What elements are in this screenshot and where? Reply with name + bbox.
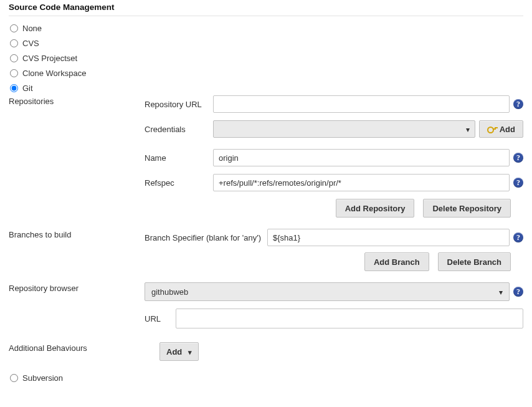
radio-git[interactable] (10, 84, 18, 92)
button-label: Add (166, 347, 182, 357)
radio-subversion[interactable] (10, 374, 18, 382)
help-icon[interactable]: ? (513, 232, 523, 242)
refspec-input[interactable] (213, 174, 510, 191)
delete-repository-button[interactable]: Delete Repository (423, 199, 511, 218)
scm-option-cvs-projectset[interactable]: CVS Projectset (10, 54, 523, 63)
repo-browser-heading: Repository browser (9, 282, 145, 293)
name-row: Name ? (145, 149, 523, 166)
chevron-down-icon (466, 125, 470, 134)
scm-option-label: None (22, 24, 42, 33)
additional-behaviours-add-button[interactable]: Add (159, 342, 199, 361)
add-repository-button[interactable]: Add Repository (336, 199, 415, 218)
credentials-label: Credentials (145, 125, 207, 134)
help-icon[interactable]: ? (513, 287, 523, 297)
branch-specifier-row: Branch Specifier (blank for 'any') ? (145, 229, 523, 246)
radio-cvs[interactable] (10, 39, 18, 47)
button-label: Delete Repository (432, 204, 501, 213)
repo-browser-select[interactable]: githubweb (145, 282, 510, 301)
repo-browser-url-input[interactable] (176, 309, 523, 328)
repo-browser-url-row: URL (145, 309, 523, 328)
scm-option-git[interactable]: Git (10, 84, 523, 93)
name-input[interactable] (213, 149, 510, 166)
credentials-select[interactable] (213, 120, 475, 138)
scm-option-none[interactable]: None (10, 24, 523, 33)
radio-clone-workspace[interactable] (10, 69, 18, 77)
repo-browser-select-row: githubweb ? (145, 282, 523, 301)
repo-browser-url-label: URL (145, 314, 169, 323)
scm-radio-list: None CVS CVS Projectset Clone Workspace … (9, 21, 523, 93)
key-icon (487, 126, 496, 132)
button-label: Delete Branch (447, 257, 501, 267)
repo-browser-selected: githubweb (151, 287, 188, 297)
section-title: Source Code Management (9, 2, 523, 16)
repo-url-label: Repository URL (145, 100, 207, 109)
additional-behaviours-heading: Additional Behaviours (9, 342, 159, 353)
radio-cvs-projectset[interactable] (10, 54, 18, 62)
help-icon[interactable]: ? (513, 153, 523, 163)
scm-option-label: CVS (22, 39, 39, 48)
branches-heading: Branches to build (9, 229, 145, 239)
name-label: Name (145, 153, 207, 163)
scm-option-clone-workspace[interactable]: Clone Workspace (10, 69, 523, 78)
branch-specifier-label: Branch Specifier (blank for 'any') (145, 233, 261, 242)
credentials-row: Credentials Add (145, 120, 523, 138)
radio-none[interactable] (10, 24, 18, 32)
scm-option-label: CVS Projectset (22, 54, 77, 63)
repo-browser-subsection: Repository browser githubweb ? URL (9, 282, 523, 342)
credentials-add-button[interactable]: Add (479, 120, 523, 138)
branch-specifier-input[interactable] (267, 229, 510, 246)
refspec-row: Refspec ? (145, 174, 523, 191)
help-icon[interactable]: ? (513, 99, 523, 109)
scm-option-label: Subversion (22, 373, 63, 383)
branches-subsection: Branches to build Branch Specifier (blan… (9, 229, 523, 282)
branch-buttons-row: Add Branch Delete Branch (145, 252, 523, 271)
scm-section: Source Code Management None CVS CVS Proj… (0, 0, 532, 394)
repo-url-input[interactable] (213, 95, 510, 113)
add-branch-button[interactable]: Add Branch (364, 252, 429, 271)
button-label: Add Repository (345, 204, 406, 213)
button-label: Add Branch (374, 257, 420, 267)
repositories-heading: Repositories (9, 95, 145, 106)
repo-url-row: Repository URL ? (145, 95, 523, 113)
scm-option-label: Clone Workspace (22, 69, 86, 78)
scm-option-cvs[interactable]: CVS (10, 39, 523, 48)
refspec-label: Refspec (145, 178, 207, 188)
credentials-add-label: Add (500, 125, 515, 134)
chevron-down-icon (188, 347, 192, 357)
additional-behaviours-subsection: Additional Behaviours Add (9, 342, 523, 361)
scm-option-label: Git (22, 84, 33, 93)
repository-buttons-row: Add Repository Delete Repository (145, 199, 523, 218)
scm-option-subversion[interactable]: Subversion (10, 373, 523, 383)
chevron-down-icon (499, 287, 503, 297)
delete-branch-button[interactable]: Delete Branch (438, 252, 511, 271)
help-icon[interactable]: ? (513, 178, 523, 188)
git-repositories-subsection: Repositories Repository URL ? Credential… (9, 95, 523, 229)
